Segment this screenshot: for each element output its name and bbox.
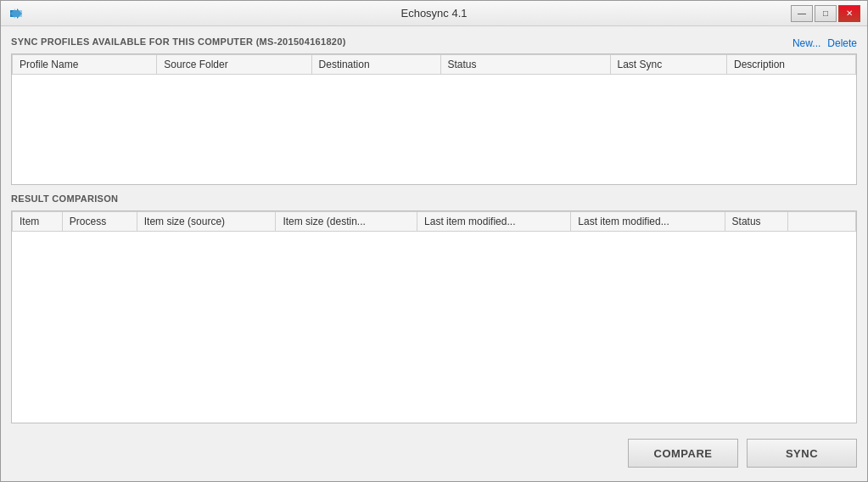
profiles-section-label: SYNC PROFILES AVAILABLE FOR THIS COMPUTE…: [11, 36, 346, 47]
profiles-header-actions: New... Delete: [792, 37, 857, 49]
title-bar-controls: — □ ✕: [791, 5, 860, 22]
results-table: Item Process Item size (source) Item siz…: [12, 211, 856, 423]
col-source-folder: Source Folder: [157, 55, 311, 75]
profiles-section: SYNC PROFILES AVAILABLE FOR THIS COMPUTE…: [11, 36, 857, 185]
maximize-button[interactable]: □: [815, 5, 837, 22]
col-item: Item: [13, 212, 63, 232]
compare-button[interactable]: COMPARE: [628, 439, 738, 468]
col-last-modified-src: Last item modified...: [417, 212, 571, 232]
col-process: Process: [62, 212, 137, 232]
profiles-table-head: Profile Name Source Folder Destination S…: [13, 55, 856, 75]
col-extra: [788, 212, 856, 232]
col-last-modified-dest: Last item modified...: [571, 212, 725, 232]
col-status: Status: [440, 55, 610, 75]
main-window: Echosync 4.1 — □ ✕ SYNC PROFILES AVAILAB…: [0, 0, 868, 482]
results-section: RESULT COMPARISON Item Process Item size…: [11, 193, 857, 423]
profiles-table-container: Profile Name Source Folder Destination S…: [11, 53, 857, 185]
col-last-sync: Last Sync: [610, 55, 726, 75]
col-item-size-dest: Item size (destin...: [276, 212, 417, 232]
results-section-header: RESULT COMPARISON: [11, 193, 857, 207]
profiles-table: Profile Name Source Folder Destination S…: [12, 54, 856, 177]
col-destination: Destination: [311, 55, 440, 75]
footer: COMPARE SYNC: [11, 432, 857, 471]
profiles-header-row: Profile Name Source Folder Destination S…: [13, 55, 856, 75]
col-result-status: Status: [725, 212, 787, 232]
window-title: Echosync 4.1: [400, 7, 467, 20]
app-icon: [8, 5, 25, 22]
profiles-section-header: SYNC PROFILES AVAILABLE FOR THIS COMPUTE…: [11, 36, 857, 50]
profiles-table-body: [13, 75, 856, 177]
results-table-body: [13, 232, 856, 423]
results-table-head: Item Process Item size (source) Item siz…: [13, 212, 856, 232]
new-profile-link[interactable]: New...: [792, 37, 820, 49]
profiles-empty-row: [13, 75, 856, 177]
delete-profile-link[interactable]: Delete: [827, 37, 857, 49]
results-section-label: RESULT COMPARISON: [11, 193, 118, 204]
results-header-row: Item Process Item size (source) Item siz…: [13, 212, 856, 232]
sync-button[interactable]: SYNC: [747, 439, 857, 468]
window-content: SYNC PROFILES AVAILABLE FOR THIS COMPUTE…: [1, 26, 867, 481]
col-description: Description: [727, 55, 856, 75]
minimize-button[interactable]: —: [791, 5, 813, 22]
col-item-size-source: Item size (source): [137, 212, 276, 232]
results-table-wrapper: Item Process Item size (source) Item siz…: [11, 210, 857, 423]
title-bar-left: [8, 5, 25, 22]
results-empty-row: [13, 232, 856, 423]
title-bar: Echosync 4.1 — □ ✕: [1, 1, 867, 26]
col-profile-name: Profile Name: [13, 55, 157, 75]
close-button[interactable]: ✕: [838, 5, 860, 22]
